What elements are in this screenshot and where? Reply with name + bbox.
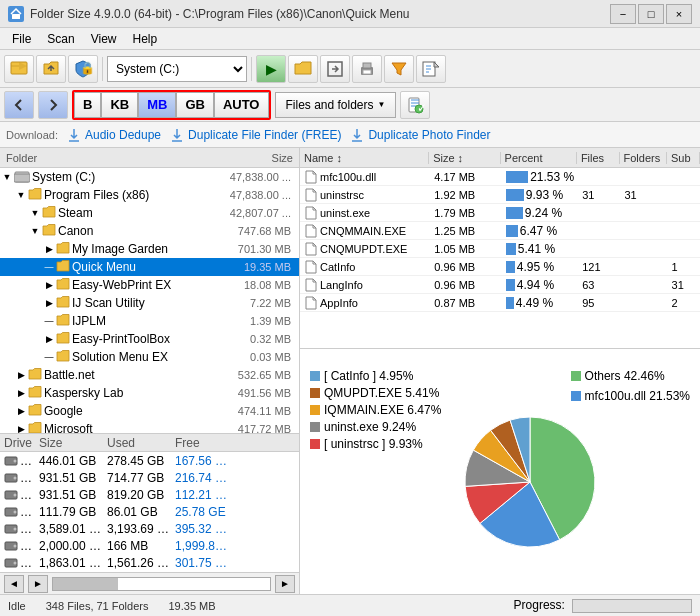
file-row[interactable]: CNQMUPDT.EXE 1.05 MB 5.41 % (300, 240, 700, 258)
export-button[interactable] (320, 55, 350, 83)
tree-expand-icon[interactable]: ▶ (42, 334, 56, 344)
file-list[interactable]: mfc100u.dll 4.17 MB 21.53 % uninstrsc 1.… (300, 168, 700, 348)
tree-item[interactable]: ▼System (C:)47,838.00 ... (0, 168, 299, 186)
file-col-folders[interactable]: Folders (620, 152, 667, 164)
drive-cell-free: 216.74 GE (173, 471, 233, 485)
tree-expand-icon[interactable]: — (42, 316, 56, 326)
tree-item[interactable]: ▶My Image Garden701.30 MB (0, 240, 299, 258)
tree-item[interactable]: —Quick Menu19.35 MB (0, 258, 299, 276)
file-col-files[interactable]: Files (577, 152, 620, 164)
tree-item[interactable]: ▶Microsoft417.72 MB (0, 420, 299, 433)
tree-item-label: Program Files (x86) (44, 188, 230, 202)
tree-item-size: 7.22 MB (250, 297, 295, 309)
tree-expand-icon[interactable]: ▶ (14, 370, 28, 380)
drive-row[interactable]: Loc... 931.51 GB 714.77 GB 216.74 GE (0, 469, 299, 486)
drive-panel: Drive Size Used Free Sy... 446.01 GB 278… (0, 433, 299, 572)
scroll-nav-bar: ◄ ► ► (0, 572, 299, 594)
file-col-percent[interactable]: Percent (501, 152, 577, 164)
tree-expand-icon[interactable]: ▼ (0, 172, 14, 182)
tree-item[interactable]: ▼Program Files (x86)47,838.00 ... (0, 186, 299, 204)
tree-expand-icon[interactable]: ▼ (14, 190, 28, 200)
drive-selector[interactable]: System (C:) (107, 56, 247, 82)
audio-dedupe-link[interactable]: Audio Dedupe (66, 127, 161, 143)
file-col-name[interactable]: Name ↕ (300, 152, 429, 164)
menu-bar: File Scan View Help (0, 28, 700, 50)
tree-expand-icon[interactable]: ▶ (14, 388, 28, 398)
file-cell-name: AppInfo (300, 296, 430, 310)
file-row[interactable]: LangInfo 0.96 MB 4.94 % 63 31 (300, 276, 700, 294)
tree-item[interactable]: ▼Steam42,807.07 ... (0, 204, 299, 222)
drive-row[interactable]: SS... 111.79 GB 86.01 GB 25.78 GE (0, 503, 299, 520)
dup-photo-finder-link[interactable]: Duplicate Photo Finder (349, 127, 490, 143)
size-btn-kb[interactable]: KB (101, 92, 138, 118)
tree-item[interactable]: ▶Google474.11 MB (0, 402, 299, 420)
tree-item[interactable]: —IJPLM1.39 MB (0, 312, 299, 330)
file-cell-files: 95 (578, 297, 620, 309)
tree-expand-icon[interactable]: — (42, 262, 56, 272)
file-row[interactable]: uninstrsc 1.92 MB 9.93 % 31 31 (300, 186, 700, 204)
export2-button[interactable] (416, 55, 446, 83)
nav-scroll-right2[interactable]: ► (275, 575, 295, 593)
size-btn-mb[interactable]: MB (138, 92, 176, 118)
drive-cell-size: 446.01 GB (37, 454, 105, 468)
drive-cell-used: 714.77 GB (105, 471, 173, 485)
drive-cell-used: 86.01 GB (105, 505, 173, 519)
tree-expand-icon[interactable]: ▶ (14, 406, 28, 416)
tree-item[interactable]: ▶Battle.net532.65 MB (0, 366, 299, 384)
close-button[interactable]: × (666, 4, 692, 24)
maximize-button[interactable]: □ (638, 4, 664, 24)
file-row[interactable]: uninst.exe 1.79 MB 9.24 % (300, 204, 700, 222)
nav-scroll-left[interactable]: ◄ (4, 575, 24, 593)
print-button[interactable] (352, 55, 382, 83)
nav-scroll-right[interactable]: ► (28, 575, 48, 593)
menu-view[interactable]: View (83, 30, 125, 48)
tree-item[interactable]: ▶Easy-PrintToolBox0.32 MB (0, 330, 299, 348)
tree-item[interactable]: ▶IJ Scan Utility7.22 MB (0, 294, 299, 312)
size-btn-b[interactable]: B (74, 92, 101, 118)
menu-file[interactable]: File (4, 30, 39, 48)
scrollbar-thumb[interactable] (53, 578, 118, 590)
tree-expand-icon[interactable]: ▼ (28, 208, 42, 218)
play-button[interactable]: ▶ (256, 55, 286, 83)
tree-expand-icon[interactable]: ▶ (42, 244, 56, 254)
tree-expand-icon[interactable]: ▶ (42, 298, 56, 308)
menu-help[interactable]: Help (125, 30, 166, 48)
folder-browse-button[interactable] (288, 55, 318, 83)
folder-up-button[interactable] (36, 55, 66, 83)
file-row[interactable]: mfc100u.dll 4.17 MB 21.53 % (300, 168, 700, 186)
drive-row[interactable]: Ex... 1,863.01 GB 1,561.26 GB 301.75 GE (0, 554, 299, 571)
menu-scan[interactable]: Scan (39, 30, 82, 48)
nav-back-button[interactable] (4, 91, 34, 119)
tree-item[interactable]: —Solution Menu EX0.03 MB (0, 348, 299, 366)
drive-row[interactable]: Iro... 2,000.00 GB 166 MB 1,999.84 GE (0, 537, 299, 554)
file-row[interactable]: CatInfo 0.96 MB 4.95 % 121 1 (300, 258, 700, 276)
file-cell-size: 1.79 MB (430, 207, 502, 219)
drive-row[interactable]: Loc... 931.51 GB 819.20 GB 112.21 GE (0, 486, 299, 503)
filter-button[interactable] (384, 55, 414, 83)
size-btn-auto[interactable]: AUTO (214, 92, 269, 118)
tree-item[interactable]: ▶Kaspersky Lab491.56 MB (0, 384, 299, 402)
drive-row[interactable]: Iro... 3,589.01 GB 3,193.69 GB 395.32 GE (0, 520, 299, 537)
nav-forward-button[interactable] (38, 91, 68, 119)
back-button[interactable] (4, 55, 34, 83)
drive-cell-free: 112.21 GE (173, 488, 233, 502)
file-row[interactable]: CNQMMAIN.EXE 1.25 MB 6.47 % (300, 222, 700, 240)
files-folders-dropdown[interactable]: Files and folders ▼ (275, 92, 397, 118)
tree-expand-icon[interactable]: ▶ (14, 424, 28, 433)
tree-expand-icon[interactable]: — (42, 352, 56, 362)
tree-item[interactable]: ▼Canon747.68 MB (0, 222, 299, 240)
file-col-sub[interactable]: Sub (667, 152, 700, 164)
tree-expand-icon[interactable]: ▼ (28, 226, 42, 236)
tree-item[interactable]: ▶Easy-WebPrint EX18.08 MB (0, 276, 299, 294)
size-btn-gb[interactable]: GB (176, 92, 214, 118)
tree-expand-icon[interactable]: ▶ (42, 280, 56, 290)
bookmark-button[interactable]: ✓ (400, 91, 430, 119)
drive-table[interactable]: Sy... 446.01 GB 278.45 GB 167.56 GE Loc.… (0, 452, 299, 572)
dup-file-finder-link[interactable]: Duplicate File Finder (FREE) (169, 127, 341, 143)
minimize-button[interactable]: − (610, 4, 636, 24)
drive-row[interactable]: Sy... 446.01 GB 278.45 GB 167.56 GE (0, 452, 299, 469)
folder-tree[interactable]: ▼System (C:)47,838.00 ...▼Program Files … (0, 168, 299, 433)
file-col-size[interactable]: Size ↕ (429, 152, 500, 164)
file-row[interactable]: AppInfo 0.87 MB 4.49 % 95 2 (300, 294, 700, 312)
horizontal-scrollbar[interactable] (52, 577, 271, 591)
